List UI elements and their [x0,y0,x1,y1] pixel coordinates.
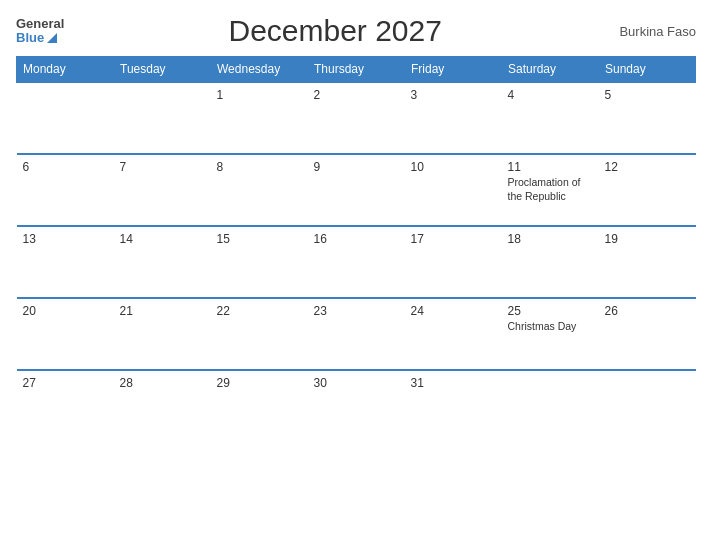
page-header: General Blue December 2027 Burkina Faso [16,14,696,48]
table-row: 24 [405,298,502,370]
day-number: 18 [508,232,593,246]
table-row: 2 [308,82,405,154]
day-number: 20 [23,304,108,318]
table-row: 22 [211,298,308,370]
table-row: 31 [405,370,502,430]
table-row: 9 [308,154,405,226]
table-row: 16 [308,226,405,298]
day-number: 22 [217,304,302,318]
col-thursday: Thursday [308,57,405,83]
calendar-header: Monday Tuesday Wednesday Thursday Friday… [17,57,696,83]
table-row: 23 [308,298,405,370]
event-label: Proclamation of the Republic [508,176,593,203]
day-number: 11 [508,160,593,174]
table-row: 27 [17,370,114,430]
day-number: 4 [508,88,593,102]
day-number: 2 [314,88,399,102]
table-row: 17 [405,226,502,298]
day-number: 10 [411,160,496,174]
day-number: 25 [508,304,593,318]
day-number: 16 [314,232,399,246]
day-number: 30 [314,376,399,390]
calendar-table: Monday Tuesday Wednesday Thursday Friday… [16,56,696,430]
month-title: December 2027 [64,14,606,48]
day-number: 31 [411,376,496,390]
day-number: 24 [411,304,496,318]
table-row: 29 [211,370,308,430]
table-row: 21 [114,298,211,370]
col-saturday: Saturday [502,57,599,83]
table-row: 19 [599,226,696,298]
day-number: 26 [605,304,690,318]
svg-marker-0 [47,33,57,43]
day-number: 8 [217,160,302,174]
logo: General Blue [16,17,64,46]
day-number: 28 [120,376,205,390]
col-tuesday: Tuesday [114,57,211,83]
day-number: 6 [23,160,108,174]
table-row: 11Proclamation of the Republic [502,154,599,226]
table-row [17,82,114,154]
table-row: 15 [211,226,308,298]
table-row: 13 [17,226,114,298]
table-row: 4 [502,82,599,154]
day-number: 29 [217,376,302,390]
day-number: 1 [217,88,302,102]
day-number: 13 [23,232,108,246]
calendar-body: 1234567891011Proclamation of the Republi… [17,82,696,430]
table-row: 5 [599,82,696,154]
day-number: 27 [23,376,108,390]
logo-blue: Blue [16,31,44,45]
day-number: 21 [120,304,205,318]
day-number: 15 [217,232,302,246]
day-number: 23 [314,304,399,318]
table-row: 10 [405,154,502,226]
table-row: 28 [114,370,211,430]
table-row: 25Christmas Day [502,298,599,370]
table-row: 14 [114,226,211,298]
table-row: 3 [405,82,502,154]
table-row [502,370,599,430]
table-row [599,370,696,430]
table-row [114,82,211,154]
col-sunday: Sunday [599,57,696,83]
day-number: 7 [120,160,205,174]
logo-triangle-icon [45,31,59,45]
table-row: 20 [17,298,114,370]
table-row: 6 [17,154,114,226]
table-row: 12 [599,154,696,226]
logo-general: General [16,17,64,31]
day-number: 14 [120,232,205,246]
country-label: Burkina Faso [606,24,696,39]
col-monday: Monday [17,57,114,83]
table-row: 30 [308,370,405,430]
day-number: 9 [314,160,399,174]
calendar-page: General Blue December 2027 Burkina Faso … [0,0,712,550]
col-wednesday: Wednesday [211,57,308,83]
day-number: 19 [605,232,690,246]
day-number: 12 [605,160,690,174]
table-row: 18 [502,226,599,298]
table-row: 1 [211,82,308,154]
day-number: 17 [411,232,496,246]
day-number: 3 [411,88,496,102]
day-number: 5 [605,88,690,102]
table-row: 7 [114,154,211,226]
table-row: 8 [211,154,308,226]
table-row: 26 [599,298,696,370]
event-label: Christmas Day [508,320,593,334]
col-friday: Friday [405,57,502,83]
